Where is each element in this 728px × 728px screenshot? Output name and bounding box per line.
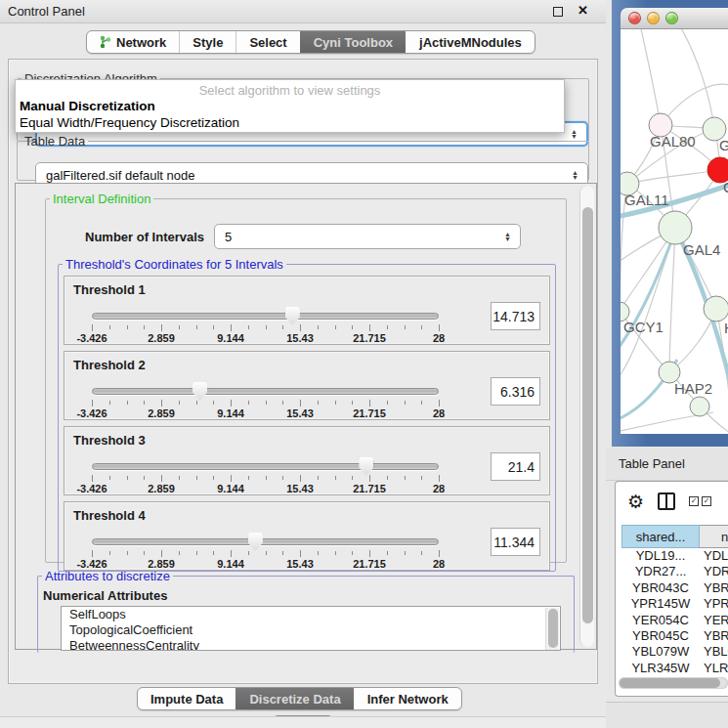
table-cell[interactable]: YBR0 [700, 628, 728, 644]
table-row[interactable]: YBR043CYBR0 [621, 580, 728, 596]
slider-handle[interactable] [285, 307, 300, 325]
threshold-slider[interactable]: -3.4262.8599.14415.4321.71528 [92, 306, 439, 343]
table-cell[interactable]: YBR0 [700, 580, 728, 596]
network-view-window: GAL80GCGAL11GAL4GCY1HHAP2 [612, 0, 728, 447]
table-data-group-title: Table Data [21, 134, 88, 149]
algorithm-placeholder-option[interactable]: Select algorithm to view settings [16, 80, 564, 98]
table-cell[interactable]: YDL1 [700, 548, 728, 564]
attribute-list-item[interactable]: SelfLoops [62, 607, 560, 622]
table-panel-title: Table Panel [619, 456, 685, 471]
tick-label: 2.859 [148, 407, 175, 419]
network-window-titlebar[interactable] [621, 8, 728, 29]
tab-label: Select [249, 35, 286, 50]
table-row[interactable]: YPR145WYPR1 [621, 596, 728, 612]
tick-label: 21.715 [353, 483, 386, 494]
network-icon [100, 35, 111, 49]
table-toolbar: ⚙ ✓✓ [616, 482, 728, 521]
table-cell[interactable]: YLR3 [700, 661, 728, 674]
node-label: C [723, 179, 728, 195]
table-cell[interactable]: YPR1 [700, 596, 728, 612]
table-cell[interactable]: YBR043C [621, 580, 700, 596]
threshold-slider[interactable]: -3.4262.8599.14415.4321.71528 [92, 532, 439, 569]
table-cell[interactable]: YBL0 [700, 644, 728, 660]
network-graph: GAL80GCGAL11GAL4GCY1HHAP2 [621, 29, 728, 434]
zoom-traffic-light-icon[interactable] [665, 12, 678, 24]
close-traffic-light-icon[interactable] [628, 12, 641, 24]
minimize-traffic-light-icon[interactable] [647, 12, 660, 24]
threshold-value-field[interactable]: 21.4 [491, 452, 540, 481]
table-row[interactable]: YDL19...YDL1 [621, 548, 728, 564]
network-node[interactable] [690, 397, 709, 416]
dropdown-option[interactable]: Manual Discretization [16, 98, 564, 114]
threshold-list: Threshold 1-3.4262.8599.14415.4321.71528… [59, 276, 555, 571]
table-row[interactable]: YLR345WYLR3 [621, 661, 728, 674]
close-icon[interactable]: ✕ [578, 3, 588, 18]
attribute-list-item[interactable]: BetweennessCentrality [62, 638, 560, 651]
slider-tick-labels: -3.4262.8599.14415.4321.71528 [92, 483, 439, 494]
network-node-gal4[interactable] [659, 211, 692, 244]
tab-label: Cyni Toolbox [314, 35, 393, 50]
table-cell[interactable]: YBR045C [621, 628, 700, 644]
number-of-intervals-combobox[interactable]: 5 ▲▼ [214, 224, 521, 249]
tick-label: -3.426 [76, 483, 107, 494]
threshold-value-field[interactable]: 6.316 [491, 377, 540, 406]
slider-handle[interactable] [248, 533, 263, 551]
tab-style[interactable]: Style [179, 31, 236, 53]
node-label: GCY1 [623, 319, 664, 335]
table-cell[interactable]: YDR2 [700, 564, 728, 579]
cyni-bottom-tabs: Impute DataDiscretize DataInfer Network [137, 687, 462, 710]
threshold-label: Threshold 4 [73, 508, 146, 523]
numerical-attributes-list[interactable]: SelfLoopsTopologicalCoefficientBetweenne… [61, 606, 561, 651]
dropdown-option[interactable]: Equal Width/Frequency Discretization [16, 114, 564, 131]
node-table[interactable]: shared...n YDL19...YDL1YDR27...YDR2YBR04… [621, 525, 728, 674]
network-node-h[interactable] [704, 296, 728, 321]
column-header[interactable]: n [700, 525, 728, 548]
table-cell[interactable]: YDR27... [621, 564, 700, 579]
gear-icon[interactable]: ⚙ [627, 492, 644, 511]
slider-track [92, 388, 439, 395]
table-row[interactable]: YDR27...YDR2 [621, 564, 728, 579]
threshold-panel: Threshold 4-3.4262.8599.14415.4321.71528… [64, 501, 550, 571]
threshold-slider[interactable]: -3.4262.8599.14415.4321.71528 [92, 381, 439, 418]
table-cell[interactable]: YPR145W [621, 596, 700, 612]
tick-label: -3.426 [76, 407, 107, 419]
bottom-tab-impute-data[interactable]: Impute Data [138, 688, 236, 709]
table-cell[interactable]: YER054C [621, 613, 700, 628]
tick-label: 28 [433, 407, 445, 419]
column-header[interactable]: shared... [621, 525, 700, 548]
thresholds-group: Threshold's Coordinates for 5 Intervals … [58, 257, 556, 572]
tab-label: Network [116, 35, 166, 50]
table-cell[interactable]: YDL19... [621, 548, 700, 564]
tab-label: Discretize Data [249, 692, 340, 707]
attribute-list-item[interactable]: TopologicalCoefficient [62, 622, 560, 638]
table-cell[interactable]: YLR345W [621, 661, 700, 674]
bottom-tab-infer-network[interactable]: Infer Network [354, 688, 461, 709]
tab-select[interactable]: Select [236, 31, 299, 53]
slider-handle[interactable] [193, 382, 207, 401]
network-canvas[interactable]: GAL80GCGAL11GAL4GCY1HHAP2 [621, 29, 728, 434]
table-horizontal-scrollbar[interactable] [619, 677, 728, 689]
table-cell[interactable]: YBL079W [621, 644, 700, 660]
columns-icon[interactable] [658, 492, 675, 510]
table-row[interactable]: YBL079WYBL0 [621, 644, 728, 660]
attributes-list-scrollbar[interactable] [545, 608, 559, 650]
threshold-label: Threshold 1 [73, 282, 146, 297]
float-window-icon[interactable] [553, 7, 563, 17]
threshold-value-field[interactable]: 11.344 [491, 528, 540, 556]
slider-handle[interactable] [359, 457, 373, 476]
tick-label: 15.43 [286, 332, 314, 344]
threshold-slider[interactable]: -3.4262.8599.14415.4321.71528 [92, 456, 439, 493]
settings-vertical-scrollbar[interactable] [579, 186, 594, 647]
node-label: G [719, 137, 728, 153]
threshold-value-field[interactable]: 14.713 [491, 302, 540, 330]
settings-scrollpane: Interval Definition Number of Intervals … [15, 183, 597, 650]
table-cell[interactable]: YER0 [700, 613, 728, 628]
tab-jactivemnodules[interactable]: jActiveMNodules [406, 31, 535, 53]
select-columns-icon[interactable]: ✓✓ [689, 496, 711, 506]
slider-ticks [92, 550, 439, 558]
bottom-tab-discretize-data[interactable]: Discretize Data [236, 688, 353, 709]
table-row[interactable]: YBR045CYBR0 [621, 628, 728, 644]
table-row[interactable]: YER054CYER0 [621, 613, 728, 628]
tab-network[interactable]: Network [87, 31, 179, 53]
tab-cyni-toolbox[interactable]: Cyni Toolbox [300, 31, 406, 53]
